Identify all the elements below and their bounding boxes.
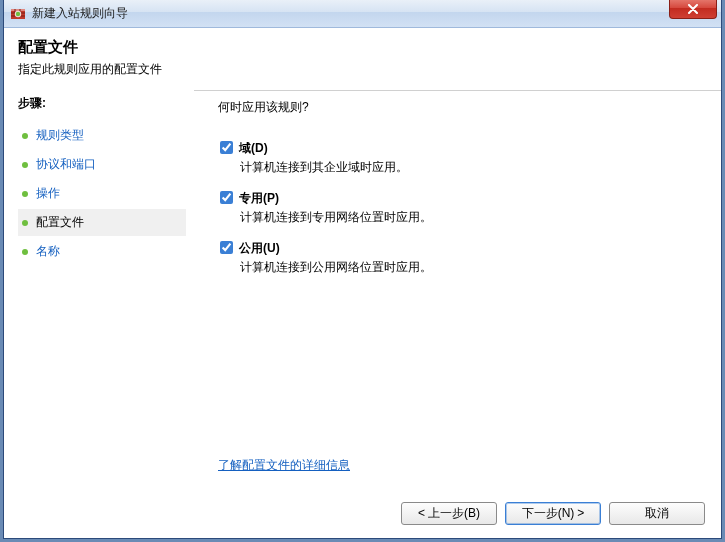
bullet-icon xyxy=(22,162,28,168)
step-label: 规则类型 xyxy=(36,127,84,144)
main-panel: 何时应用该规则? 域(D) 计算机连接到其企业域时应用。 专用(P) 计算机连接… xyxy=(194,85,721,488)
option-title: 专用(P) xyxy=(239,190,279,207)
page-title: 配置文件 xyxy=(18,38,707,57)
step-label: 协议和端口 xyxy=(36,156,96,173)
chevron-left-icon xyxy=(418,506,428,520)
cancel-button[interactable]: 取消 xyxy=(609,502,705,525)
question-text: 何时应用该规则? xyxy=(218,99,701,116)
bullet-icon xyxy=(22,191,28,197)
step-action[interactable]: 操作 xyxy=(18,180,186,207)
option-public: 公用(U) 计算机连接到公用网络位置时应用。 xyxy=(218,240,701,276)
step-label: 操作 xyxy=(36,185,60,202)
bullet-icon xyxy=(22,249,28,255)
step-rule-type[interactable]: 规则类型 xyxy=(18,122,186,149)
next-button-label: 下一步(N) xyxy=(522,505,575,522)
step-name[interactable]: 名称 xyxy=(18,238,186,265)
wizard-body: 步骤: 规则类型 协议和端口 操作 配置文件 名称 何 xyxy=(4,85,721,488)
window-title: 新建入站规则向导 xyxy=(32,5,128,22)
step-label: 配置文件 xyxy=(36,214,84,231)
bullet-icon xyxy=(22,220,28,226)
close-icon xyxy=(687,4,699,14)
option-domain: 域(D) 计算机连接到其企业域时应用。 xyxy=(218,140,701,176)
steps-heading: 步骤: xyxy=(18,95,186,112)
back-button[interactable]: 上一步(B) xyxy=(401,502,497,525)
svg-rect-1 xyxy=(11,9,25,11)
checkbox-domain[interactable] xyxy=(220,141,233,154)
wizard-window: 新建入站规则向导 配置文件 指定此规则应用的配置文件 步骤: 规则类型 协议和端… xyxy=(3,0,722,539)
checkbox-private[interactable] xyxy=(220,191,233,204)
option-title: 公用(U) xyxy=(239,240,280,257)
checkbox-public[interactable] xyxy=(220,241,233,254)
wizard-header: 配置文件 指定此规则应用的配置文件 xyxy=(4,28,721,91)
svg-point-8 xyxy=(16,11,20,15)
step-protocol-port[interactable]: 协议和端口 xyxy=(18,151,186,178)
step-label: 名称 xyxy=(36,243,60,260)
firewall-icon xyxy=(10,6,26,22)
cancel-button-label: 取消 xyxy=(645,505,669,522)
option-desc: 计算机连接到专用网络位置时应用。 xyxy=(240,209,701,226)
next-button[interactable]: 下一步(N) xyxy=(505,502,601,525)
page-subtitle: 指定此规则应用的配置文件 xyxy=(18,61,707,78)
bullet-icon xyxy=(22,133,28,139)
steps-sidebar: 步骤: 规则类型 协议和端口 操作 配置文件 名称 xyxy=(4,85,194,488)
step-profile[interactable]: 配置文件 xyxy=(18,209,186,236)
chevron-right-icon xyxy=(574,506,584,520)
titlebar: 新建入站规则向导 xyxy=(4,0,721,28)
wizard-footer: 上一步(B) 下一步(N) 取消 xyxy=(4,488,721,538)
help-link[interactable]: 了解配置文件的详细信息 xyxy=(218,457,350,474)
close-button[interactable] xyxy=(669,0,717,19)
option-desc: 计算机连接到其企业域时应用。 xyxy=(240,159,701,176)
option-desc: 计算机连接到公用网络位置时应用。 xyxy=(240,259,701,276)
option-private: 专用(P) 计算机连接到专用网络位置时应用。 xyxy=(218,190,701,226)
back-button-label: 上一步(B) xyxy=(428,505,480,522)
option-title: 域(D) xyxy=(239,140,268,157)
